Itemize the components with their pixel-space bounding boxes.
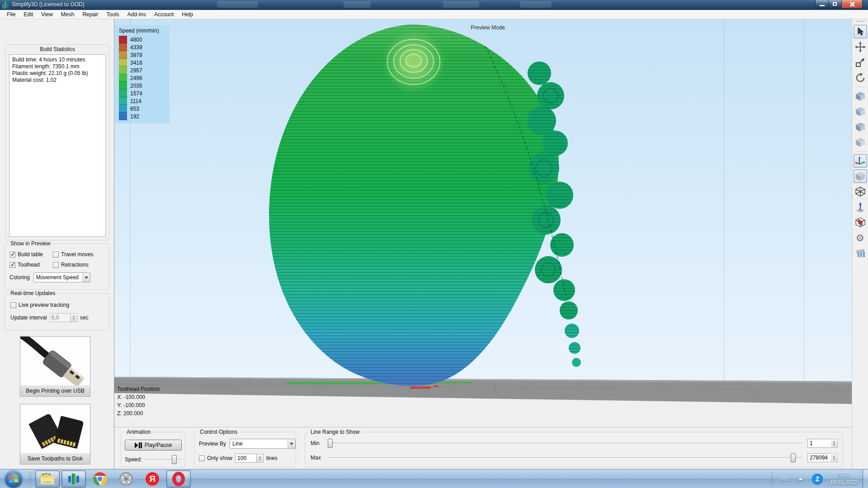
- speed-slider-handle[interactable]: [172, 455, 177, 464]
- menu-tools[interactable]: Tools: [103, 10, 123, 19]
- toolhead-z: Z: 200.000: [117, 409, 160, 418]
- play-pause-button[interactable]: Play/Pause: [125, 440, 182, 450]
- cross-section-tool[interactable]: [854, 216, 867, 229]
- close-button[interactable]: [842, 0, 863, 9]
- only-show-checkbox[interactable]: Only show: [199, 455, 232, 461]
- only-show-stepper[interactable]: [257, 454, 264, 463]
- max-value-input[interactable]: [807, 453, 834, 462]
- wireframe-view-tool[interactable]: [854, 185, 867, 198]
- menu-file[interactable]: File: [3, 10, 19, 19]
- update-interval-unit: sec: [80, 314, 89, 321]
- cursor-arrow-icon: [855, 27, 865, 37]
- speed-label: Speed:: [125, 456, 142, 463]
- tray-grip[interactable]: [771, 472, 774, 486]
- max-slider-handle[interactable]: [791, 453, 796, 462]
- coloring-value: Movement Speed: [36, 274, 79, 281]
- view-cube-1[interactable]: [854, 89, 867, 103]
- checkbox-live-preview[interactable]: Live preview tracking: [10, 302, 104, 308]
- toolbar-separator: [854, 87, 866, 87]
- menu-addins[interactable]: Add-Ins: [123, 10, 150, 19]
- only-show-input[interactable]: [235, 454, 257, 463]
- toolbar-grip[interactable]: [856, 20, 865, 23]
- support-structures-tool[interactable]: [854, 246, 867, 260]
- minimize-button[interactable]: [815, 0, 829, 9]
- checkbox-box: [10, 302, 16, 308]
- legend-swatch: [119, 43, 127, 51]
- tray-app-icon[interactable]: Z: [812, 474, 823, 484]
- solid-view-tool[interactable]: [854, 169, 867, 183]
- legend-value: 1114: [130, 98, 142, 104]
- preview-by-dropdown[interactable]: Line: [230, 439, 296, 449]
- playback-panel: Animation Play/Pause Speed: Control Op: [114, 427, 852, 469]
- legend-value: 192: [130, 113, 139, 120]
- menu-help[interactable]: Help: [178, 10, 197, 19]
- menu-account[interactable]: Account: [150, 10, 178, 19]
- legend-swatch: [119, 97, 127, 105]
- media-player-taskbar-button[interactable]: [114, 470, 138, 488]
- cube-icon: [855, 122, 866, 132]
- legend-swatch: [119, 105, 127, 113]
- translate-tool[interactable]: [854, 40, 867, 54]
- language-indicator[interactable]: RU: [776, 475, 794, 482]
- menu-repair[interactable]: Repair: [78, 10, 102, 19]
- clock-time: 20:58: [830, 471, 857, 479]
- clock[interactable]: 20:58 19.01.2022: [830, 471, 857, 487]
- show-desktop-button[interactable]: [863, 469, 868, 488]
- min-stepper[interactable]: [831, 439, 838, 448]
- menu-mesh[interactable]: Mesh: [57, 10, 78, 19]
- preview-by-value: Line: [232, 441, 243, 447]
- simplify3d-taskbar-button[interactable]: [61, 470, 86, 488]
- update-interval-input[interactable]: [50, 313, 71, 322]
- legend-entry: 4339: [119, 43, 167, 51]
- checkbox-build-table[interactable]: Build table: [9, 251, 53, 258]
- hidden-icons-arrow[interactable]: [798, 478, 803, 480]
- min-slider[interactable]: [328, 439, 803, 448]
- select-tool[interactable]: [854, 25, 867, 38]
- checkbox-toolhead[interactable]: Toolhead: [9, 262, 53, 268]
- menu-edit[interactable]: Edit: [19, 10, 37, 19]
- 3d-scene[interactable]: [114, 19, 852, 427]
- surface-normals-tool[interactable]: [854, 200, 867, 214]
- speed-slider[interactable]: [145, 455, 182, 464]
- close-icon: [849, 2, 855, 7]
- taskbar-grip[interactable]: [29, 472, 32, 486]
- toolhead-y: Y: -100.000: [117, 401, 160, 409]
- max-slider[interactable]: [328, 453, 803, 462]
- cube-icon: [855, 106, 866, 117]
- settings-gear[interactable]: ⚙: [854, 231, 867, 244]
- stat-plastic-weight: Plastic weight: 22.10 g (0.05 lb): [12, 70, 103, 77]
- checkbox-travel-moves[interactable]: Travel moves: [53, 251, 104, 258]
- explorer-taskbar-button[interactable]: [35, 470, 60, 488]
- simplify3d-window: Simplify3D (Licensed to GOD) File Edit V…: [0, 0, 868, 488]
- menu-view[interactable]: View: [37, 10, 57, 19]
- begin-printing-usb-button[interactable]: Begin Printing over USB: [20, 336, 90, 397]
- update-interval-stepper[interactable]: [71, 313, 77, 322]
- opera-taskbar-button[interactable]: [166, 470, 191, 488]
- coordinate-axes-tool[interactable]: [854, 154, 867, 168]
- solid-cube-icon: [855, 171, 866, 182]
- coloring-label: Coloring: [9, 274, 30, 281]
- start-button[interactable]: [5, 470, 23, 488]
- show-in-preview-group: Show in Preview Build table Travel moves…: [5, 244, 109, 290]
- rotate-tool[interactable]: [854, 71, 867, 84]
- checkbox-box: [9, 262, 15, 268]
- window-title: Simplify3D (Licensed to GOD): [12, 1, 85, 8]
- max-stepper[interactable]: [831, 453, 838, 462]
- stat-filament-length: Filament length: 7350.1 mm: [12, 63, 103, 70]
- build-statistics-title: Build Statistics: [6, 45, 109, 52]
- save-toolpaths-button[interactable]: Save Toolpaths to Disk: [20, 404, 90, 465]
- scale-tool[interactable]: [854, 56, 867, 69]
- restore-button[interactable]: [829, 0, 842, 9]
- view-cube-2[interactable]: [854, 105, 867, 118]
- yandex-taskbar-button[interactable]: Я: [140, 470, 165, 488]
- chrome-taskbar-button[interactable]: [88, 470, 112, 488]
- view-cube-4[interactable]: [854, 136, 867, 149]
- coloring-dropdown[interactable]: Movement Speed: [33, 272, 90, 282]
- title-bar[interactable]: Simplify3D (Licensed to GOD): [0, 0, 868, 10]
- aero-glass-highlight: [520, 1, 552, 8]
- view-cube-3[interactable]: [854, 120, 867, 134]
- checkbox-box: [53, 252, 59, 258]
- checkbox-retractions[interactable]: Retractions: [53, 262, 104, 268]
- min-slider-handle[interactable]: [328, 439, 333, 448]
- min-value-input[interactable]: [807, 439, 834, 448]
